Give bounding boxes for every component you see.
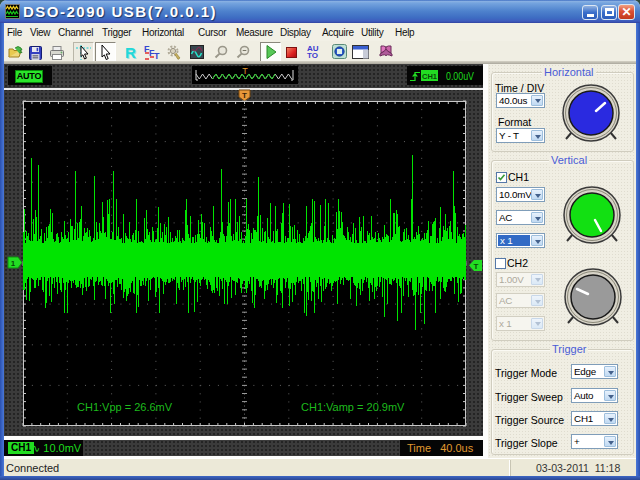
svg-text:0.00uV: 0.00uV <box>446 70 475 82</box>
svg-text:T: T <box>242 66 248 76</box>
svg-text:T: T <box>242 91 247 100</box>
svg-text:CH1:Vamp = 20.9mV: CH1:Vamp = 20.9mV <box>301 401 405 413</box>
svg-text:T: T <box>474 262 479 271</box>
svg-text:T: T <box>154 51 160 61</box>
svg-text:1: 1 <box>11 259 16 268</box>
svg-text:CH1:Vpp = 26.6mV: CH1:Vpp = 26.6mV <box>77 401 173 413</box>
svg-text:CH1: CH1 <box>422 72 438 81</box>
